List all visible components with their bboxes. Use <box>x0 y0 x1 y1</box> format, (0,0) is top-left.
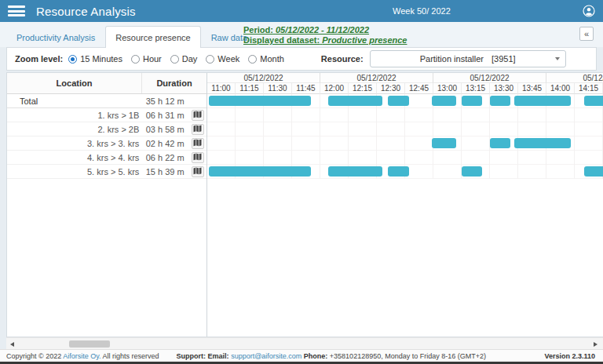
map-button[interactable] <box>192 110 204 121</box>
support-email-link[interactable]: support@aiforsite.com <box>231 352 302 360</box>
collapse-panel-button[interactable]: « <box>579 27 594 41</box>
presence-bar[interactable] <box>490 138 510 148</box>
hamburger-menu-icon[interactable] <box>8 5 25 16</box>
duration-cell: 35 h 12 m <box>141 96 188 106</box>
copyright-text: Copyright © 2022 Aiforsite Oy. All right… <box>6 352 159 360</box>
time-header-cell: 14:15 <box>575 83 603 94</box>
map-icon <box>193 166 202 177</box>
zoom-level-label: Zoom level: <box>15 54 63 64</box>
presence-bar[interactable] <box>584 166 603 177</box>
presence-bar[interactable] <box>432 96 456 106</box>
map-icon <box>193 151 202 163</box>
table-row: 4. krs > 4. krs06 h 22 m <box>7 151 206 165</box>
radio-icon <box>248 55 257 64</box>
support-text: Support: Email: support@aiforsite.com Ph… <box>177 352 486 360</box>
duration-cell: 06 h 22 m <box>141 153 188 162</box>
date-header-cell: 05/12/2022 <box>207 73 320 83</box>
time-header-cell: 11:15 <box>236 83 264 94</box>
version-label: Version 2.3.110 <box>544 352 595 360</box>
duration-cell: 06 h 31 m <box>141 111 188 120</box>
zoom-option-hour[interactable]: Hour <box>131 54 162 64</box>
zoom-option-label: Month <box>260 54 284 64</box>
zoom-option-label: Hour <box>143 54 162 64</box>
time-header-cell: 14:00 <box>546 83 575 94</box>
table-header-row: Location Duration <box>7 73 206 94</box>
presence-bar[interactable] <box>209 166 311 177</box>
time-header-cell: 11:45 <box>292 83 320 94</box>
row-actions-cell <box>188 110 206 121</box>
company-link[interactable]: Aiforsite Oy. <box>63 352 100 360</box>
presence-bar[interactable] <box>209 96 311 106</box>
time-header-cell: 13:00 <box>433 83 462 94</box>
zoom-option-label: Week <box>217 54 239 64</box>
location-rows: Total35 h 12 m1. krs > 1B06 h 31 m2. krs… <box>7 94 206 179</box>
time-header-cell: 12:15 <box>349 83 377 94</box>
period-line: Period: 05/12/2022 - 11/12/2022 <box>243 25 407 35</box>
radio-icon <box>170 55 179 64</box>
presence-bar[interactable] <box>584 96 603 106</box>
location-cell: 3. krs > 3. krs <box>7 139 141 148</box>
presence-bar[interactable] <box>514 138 571 148</box>
duration-cell: 03 h 58 m <box>141 125 188 134</box>
zoom-option-15-minutes[interactable]: 15 Minutes <box>68 54 122 64</box>
location-cell: 5. krs > 5. krs <box>7 167 141 177</box>
presence-bar[interactable] <box>432 138 456 148</box>
time-header-cell: 12:45 <box>405 83 433 94</box>
row-actions-cell <box>188 152 206 163</box>
tab-productivity-analysis[interactable]: Productivity Analysis <box>6 26 105 48</box>
presence-bar[interactable] <box>388 96 408 106</box>
presence-bar[interactable] <box>490 96 510 106</box>
date-header-cell: 05/12/2022 <box>546 73 603 83</box>
toolbar: Zoom level: 15 MinutesHourDayWeekMonth R… <box>6 47 597 71</box>
time-header-row: 11:0011:1511:3011:4512:0012:1512:3012:45… <box>207 83 603 94</box>
presence-bar[interactable] <box>462 96 482 106</box>
radio-icon <box>68 55 77 64</box>
map-button[interactable] <box>192 138 204 149</box>
app-window: Resource Analysis Week 50/ 2022 Producti… <box>0 0 603 364</box>
period-info: Period: 05/12/2022 - 11/12/2022 Displaye… <box>243 25 407 46</box>
radio-icon <box>206 55 214 64</box>
table-row: 1. krs > 1B06 h 31 m <box>7 108 206 122</box>
time-header-cell: 11:30 <box>264 83 292 94</box>
map-button[interactable] <box>192 166 204 177</box>
presence-bar[interactable] <box>328 166 383 177</box>
timeline-body <box>207 94 603 179</box>
zoom-option-label: Day <box>182 54 198 64</box>
zoom-option-month[interactable]: Month <box>248 54 284 64</box>
table-row: Total35 h 12 m <box>7 94 206 108</box>
map-icon <box>193 137 202 149</box>
scrollbar-thumb[interactable] <box>69 340 110 348</box>
presence-bar[interactable] <box>462 166 482 177</box>
tab-raw-data[interactable]: Raw data <box>201 26 258 48</box>
table-row: 5. krs > 5. krs15 h 39 m <box>7 165 206 179</box>
presence-bar[interactable] <box>328 96 383 106</box>
row-actions-cell <box>188 124 206 135</box>
table-row: 3. krs > 3. krs02 h 42 m <box>7 136 206 151</box>
resource-selected-value: Partition installer[3951] <box>420 54 516 64</box>
date-header-cell: 05/12/2022 <box>320 73 433 83</box>
app-title: Resource Analysis <box>36 5 136 18</box>
timeline: 05/12/202205/12/202205/12/202205/12/2022… <box>207 73 603 337</box>
zoom-option-day[interactable]: Day <box>170 54 198 64</box>
tabs-bar: Productivity AnalysisResource presenceRa… <box>0 22 603 47</box>
map-icon <box>193 109 202 121</box>
location-cell: 4. krs > 4. krs <box>7 153 141 162</box>
presence-bar[interactable] <box>514 96 571 106</box>
scroll-left-arrow[interactable] <box>6 338 18 350</box>
zoom-option-week[interactable]: Week <box>206 54 239 64</box>
horizontal-scrollbar[interactable] <box>6 337 603 350</box>
location-table: Location Duration Total35 h 12 m1. krs >… <box>7 73 207 337</box>
footer-bar: Copyright © 2022 Aiforsite Oy. All right… <box>0 349 603 362</box>
table-row: 2. krs > 2B03 h 58 m <box>7 122 206 136</box>
tab-resource-presence[interactable]: Resource presence <box>105 26 200 48</box>
map-button[interactable] <box>192 152 204 163</box>
presence-bar[interactable] <box>388 166 408 177</box>
resource-select[interactable]: Partition installer[3951] <box>370 50 566 67</box>
scroll-right-arrow[interactable] <box>590 338 601 350</box>
location-column-header: Location <box>7 73 142 93</box>
user-account-icon[interactable] <box>583 5 595 17</box>
map-button[interactable] <box>192 124 204 135</box>
row-actions-cell <box>188 138 206 149</box>
resource-presence-panel: Location Duration Total35 h 12 m1. krs >… <box>6 72 603 337</box>
duration-cell: 15 h 39 m <box>141 167 188 177</box>
